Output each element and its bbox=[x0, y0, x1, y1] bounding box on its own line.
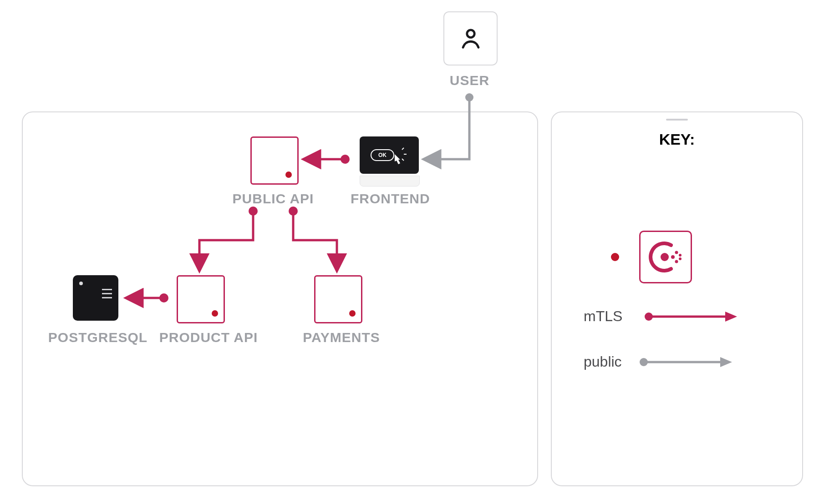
node-frontend: OK bbox=[360, 136, 419, 186]
svg-point-13 bbox=[661, 253, 669, 261]
user-icon bbox=[458, 25, 484, 52]
label-user: USER bbox=[443, 73, 496, 88]
consul-dot-icon bbox=[212, 310, 218, 317]
svg-point-18 bbox=[679, 257, 682, 260]
legend-mtls-label: mTLS bbox=[584, 308, 622, 325]
svg-text:OK: OK bbox=[378, 152, 387, 158]
svg-point-16 bbox=[675, 260, 678, 263]
node-payments bbox=[314, 275, 362, 323]
label-product-api: PRODUCT API bbox=[154, 330, 263, 345]
ok-cursor-icon: OK bbox=[370, 146, 408, 164]
legend-title: KEY: bbox=[552, 131, 802, 148]
consul-dot-icon bbox=[611, 253, 619, 261]
svg-point-0 bbox=[467, 30, 474, 37]
node-user bbox=[443, 11, 498, 66]
legend-row-consul bbox=[611, 231, 692, 283]
svg-point-6 bbox=[465, 93, 473, 101]
consul-box-icon bbox=[639, 231, 692, 283]
panel-handle bbox=[666, 119, 688, 121]
legend-public-label: public bbox=[584, 353, 622, 370]
svg-point-17 bbox=[679, 254, 682, 257]
svg-point-15 bbox=[675, 251, 678, 254]
key-panel: KEY: mTLS bbox=[551, 111, 803, 486]
label-frontend: FRONTEND bbox=[351, 191, 428, 207]
diagram-stage: USER OK FRONTEND PUBLIC API PRODUCT API … bbox=[0, 0, 824, 504]
node-product-api bbox=[177, 275, 225, 323]
legend-row-public: public bbox=[584, 353, 734, 370]
svg-line-3 bbox=[402, 148, 404, 150]
consul-logo-icon bbox=[647, 239, 684, 275]
label-postgresql: POSTGRESQL bbox=[43, 330, 153, 345]
mtls-arrow-icon bbox=[643, 310, 739, 323]
legend-row-mtls: mTLS bbox=[584, 308, 739, 325]
label-payments: PAYMENTS bbox=[298, 330, 385, 345]
svg-line-5 bbox=[402, 159, 404, 161]
node-public-api bbox=[250, 136, 299, 185]
label-public-api: PUBLIC API bbox=[228, 191, 319, 207]
node-postgresql bbox=[73, 275, 118, 321]
svg-point-14 bbox=[671, 255, 675, 259]
frontend-screen: OK bbox=[360, 136, 419, 174]
public-arrow-icon bbox=[638, 355, 734, 369]
consul-dot-icon bbox=[349, 310, 356, 317]
consul-dot-icon bbox=[285, 171, 292, 178]
